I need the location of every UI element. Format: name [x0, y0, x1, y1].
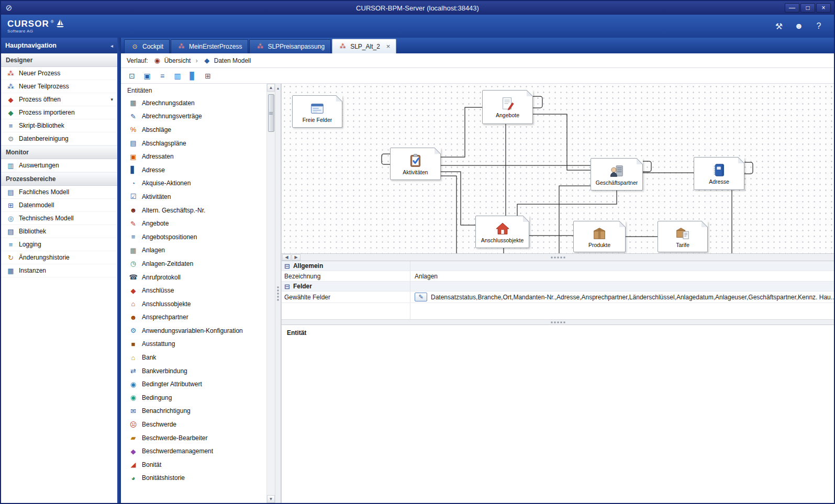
- entity-item-anlagen[interactable]: ▦Anlagen: [121, 244, 266, 257]
- scrollbar-thumb[interactable]: [268, 94, 274, 132]
- splitter-grip-horizontal[interactable]: [551, 256, 565, 258]
- edge-angebote-angebote[interactable]: [533, 96, 542, 108]
- scroll-down-icon[interactable]: ▼: [267, 495, 275, 503]
- entity-item-abrechnungsdaten[interactable]: ▦Abrechnungsdaten: [121, 96, 266, 110]
- splitter-grip-horizontal-2[interactable]: [551, 321, 565, 323]
- sidebar-item-datenmodell[interactable]: ⊞Datenmodell: [1, 199, 117, 212]
- property-group-allgemein[interactable]: ⊟Allgemein: [282, 261, 834, 271]
- vertical-splitter[interactable]: ▴: [275, 84, 281, 503]
- entity-item-anschlussobjekte[interactable]: ⌂Anschlussobjekte: [121, 297, 266, 311]
- breadcrumb-item-bersicht[interactable]: ◉Übersicht: [153, 57, 191, 64]
- edge-gesch-ftspartner-gesch-ftspartner[interactable]: [643, 161, 651, 172]
- tab-slp-alt-2[interactable]: ⁂SLP_Alt_2×: [332, 39, 396, 53]
- maximize-button[interactable]: □: [800, 3, 815, 13]
- tab-close-icon[interactable]: ×: [386, 43, 391, 50]
- tools-icon[interactable]: ⚒: [773, 20, 785, 32]
- entity-item-beschwerde[interactable]: ☹Beschwerde: [121, 418, 266, 431]
- entity-item-bedingung[interactable]: ◉Bedingung: [121, 391, 266, 405]
- node-anschlussobjekte[interactable]: Anschlussobjekte: [475, 216, 529, 248]
- edge-gesch-ftspartner-anschlussobjekte[interactable]: [517, 191, 617, 216]
- entity-item-ansprechpartner[interactable]: ☻Ansprechpartner: [121, 311, 266, 324]
- sidebar-item-neuer-teilprozess[interactable]: ⁂Neuer Teilprozess: [1, 80, 117, 93]
- entity-item-anschl-sse[interactable]: ◆Anschlüsse: [121, 284, 266, 297]
- canvas-h-scrollbar[interactable]: ◀ ▶: [282, 253, 834, 261]
- breadcrumb-item-daten-modell[interactable]: ◆Daten Modell: [203, 57, 251, 64]
- collapse-group-icon[interactable]: ⊟: [284, 283, 290, 290]
- sidebar-item-logging[interactable]: ≡Logging: [1, 238, 117, 251]
- entity-item-beschwerdemanagement[interactable]: ◆Beschwerdemanagement: [121, 444, 266, 458]
- entity-item-angebote[interactable]: ✎Angebote: [121, 217, 266, 230]
- node-adresse[interactable]: Adresse: [694, 157, 744, 190]
- dropdown-arrow-icon[interactable]: ▾: [110, 97, 113, 102]
- edge-aktivit-ten-anschlussobjekte[interactable]: [441, 172, 475, 225]
- entity-item-beschwerde-bearbeiter[interactable]: ▰Beschwerde-Bearbeiter: [121, 431, 266, 445]
- node-angebote[interactable]: Angebote: [482, 90, 533, 124]
- chart-icon[interactable]: ▊: [187, 70, 198, 82]
- entity-item-adresse[interactable]: ▋Adresse: [121, 163, 266, 177]
- tab-meinersterprozess[interactable]: ⁂MeinErsterProzess: [171, 39, 248, 53]
- edge-aktivit-ten-aktivit-ten[interactable]: [382, 154, 390, 164]
- close-button[interactable]: ×: [816, 3, 831, 13]
- sidebar-item-skript-bibliothek[interactable]: ≡Skript-Bibliothek: [1, 119, 117, 132]
- edge-angebote-gesch-ftspartner[interactable]: [533, 114, 591, 170]
- entity-item-anwendungsvariablen-konfiguration[interactable]: ⚙Anwendungsvariablen-Konfiguration: [121, 324, 266, 338]
- entity-item-angebotspositionen[interactable]: ≡Angebotspositionen: [121, 230, 266, 244]
- scroll-right-icon[interactable]: ▶: [292, 254, 300, 261]
- entity-item-akquise-aktionen[interactable]: ◔Akquise-Aktionen: [121, 177, 266, 191]
- node-freie-felder[interactable]: Freie Felder: [292, 95, 342, 128]
- sidebar-item-neuer-prozess[interactable]: ⁂Neuer Prozess: [1, 67, 117, 80]
- entity-item-abrechnungsvertr-ge[interactable]: ✎Abrechnungsverträge: [121, 110, 266, 124]
- property-group-felder[interactable]: ⊟Felder: [282, 282, 834, 292]
- entity-item-benachrichtigung[interactable]: ✉Benachrichtigung: [121, 405, 266, 418]
- edge-aktivit-ten-angebote[interactable]: [441, 107, 482, 157]
- splitter-collapse-icon[interactable]: ▴: [277, 86, 279, 91]
- tree-layout-icon[interactable]: ⊞: [202, 70, 214, 82]
- entity-item-bankverbindung[interactable]: ⇄Bankverbindung: [121, 364, 266, 378]
- scroll-left-icon[interactable]: ◀: [282, 254, 291, 261]
- preview-icon[interactable]: ▣: [141, 70, 153, 82]
- entity-item-bonit-t[interactable]: ◢Bonität: [121, 458, 266, 472]
- entity-item-adressaten[interactable]: ▣Adressaten: [121, 150, 266, 163]
- tab-cockpit[interactable]: ⊙Cockpit: [124, 39, 170, 53]
- entity-item-abschl-ge[interactable]: %Abschläge: [121, 123, 266, 137]
- sidebar-item-fachliches-modell[interactable]: ▤Fachliches Modell: [1, 186, 117, 199]
- entity-item-bedingter-attributwert[interactable]: ◉Bedingter Attributwert: [121, 377, 266, 391]
- entity-item-altern-gesch-ftsp-nr[interactable]: ☻Altern. Geschäftsp.-Nr.: [121, 204, 266, 217]
- sidebar-item-prozess-importieren[interactable]: ◆Prozess importieren: [1, 106, 117, 119]
- entities-scrollbar[interactable]: ▲ ▼: [266, 84, 275, 503]
- entity-item-bank[interactable]: ⌂Bank: [121, 351, 266, 364]
- sidebar-item-datenbereinigung[interactable]: ⚙Datenbereinigung: [1, 132, 117, 145]
- tab-slppreisanpassung[interactable]: ⁂SLPPreisanpassung: [249, 39, 331, 53]
- scroll-up-icon[interactable]: ▲: [267, 84, 275, 92]
- node-produkte[interactable]: Produkte: [573, 221, 626, 252]
- sidebar-item-prozess-ffnen[interactable]: ◆Prozess öffnen▾: [1, 93, 117, 106]
- section-header-designer[interactable]: Designer: [1, 53, 117, 67]
- node-aktivit-ten[interactable]: Aktivitäten: [390, 148, 441, 180]
- sidebar-item-nderungshistorie[interactable]: ↻Änderungshistorie: [1, 251, 117, 264]
- vertical-tree-icon[interactable]: ≡: [157, 70, 168, 82]
- edge-aktivit-ten-anlagen[interactable]: [441, 176, 476, 253]
- print-icon[interactable]: ⊡: [126, 70, 138, 82]
- entity-item-anlagen-zeitdaten[interactable]: ◷Anlagen-Zeitdaten: [121, 257, 266, 271]
- entity-item-abschlagspl-ne[interactable]: ▤Abschlagspläne: [121, 137, 266, 150]
- entity-item-aktivit-ten[interactable]: ☑Aktivitäten: [121, 190, 266, 204]
- edge-adresse-adresse[interactable]: [744, 162, 753, 174]
- entity-item-ausstattung[interactable]: ■Ausstattung: [121, 338, 266, 351]
- sidebar-item-instanzen[interactable]: ▦Instanzen: [1, 264, 117, 277]
- entity-item-anrufprotokoll[interactable]: ☎Anrufprotokoll: [121, 271, 266, 284]
- sidebar-item-bibliothek[interactable]: ▤Bibliothek: [1, 225, 117, 238]
- sidebar-item-technisches-modell[interactable]: ◎Technisches Modell: [1, 212, 117, 225]
- minimize-button[interactable]: —: [785, 3, 799, 13]
- entity-item-bonit-tshistorie[interactable]: ◕Bonitätshistorie: [121, 472, 266, 485]
- node-tarife[interactable]: Tarife: [658, 221, 708, 252]
- diagram-canvas[interactable]: Freie FelderAngeboteAktivitätenGeschäfts…: [282, 84, 834, 253]
- user-admin-icon[interactable]: ☻: [793, 20, 805, 32]
- collapse-sidebar-icon[interactable]: ◂: [110, 43, 113, 49]
- horizontal-splitter[interactable]: [282, 319, 834, 325]
- edit-field-button[interactable]: ✎: [415, 293, 427, 301]
- splitter-grip[interactable]: [277, 286, 279, 300]
- columns-icon[interactable]: ▥: [172, 70, 183, 82]
- section-header-prozessbereiche[interactable]: Prozessbereiche: [1, 172, 117, 186]
- help-icon[interactable]: ?: [813, 20, 825, 32]
- section-header-monitor[interactable]: Monitor: [1, 145, 117, 159]
